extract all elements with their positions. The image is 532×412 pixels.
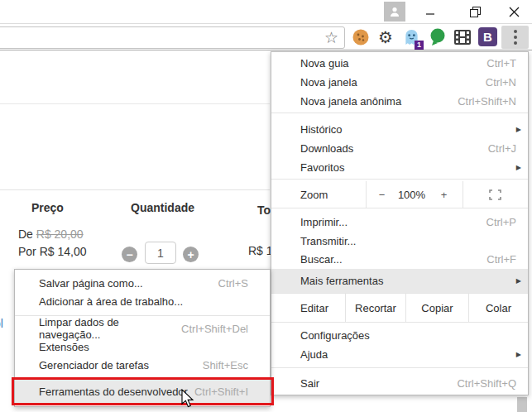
submenu-item-gerenciador-tarefas[interactable]: Gerenciador de tarefasShift+Esc <box>15 356 270 374</box>
total-price-fragment: R$ 1 <box>248 244 273 257</box>
cookie-icon <box>352 28 370 46</box>
menu-separator <box>271 322 528 323</box>
menu-item-label: Transmitir... <box>300 235 356 247</box>
green-balloon-extension-icon[interactable] <box>428 27 448 47</box>
menu-item-configuracoes[interactable]: Configurações <box>271 326 528 345</box>
divider <box>0 103 270 104</box>
menu-item-label: Downloads <box>300 142 353 155</box>
menu-dots-icon <box>514 36 517 39</box>
menu-item-historico[interactable]: Histórico▶ <box>271 120 528 139</box>
ghost-extension-icon[interactable]: 1 <box>401 27 421 47</box>
menu-item-nova-janela-anonima[interactable]: Nova janela anônimaCtrl+Shift+N <box>271 92 528 111</box>
chrome-menu: Nova guiaCtrl+T Nova janelaCtrl+N Nova j… <box>271 51 529 395</box>
person-icon <box>389 6 400 17</box>
gear-icon: ⚙ <box>378 27 393 47</box>
menu-item-imprimir[interactable]: Imprimir...Ctrl+P <box>271 213 528 232</box>
menu-separator <box>271 367 528 368</box>
film-strip-extension-icon[interactable] <box>453 27 472 47</box>
cut-button[interactable]: Recortar <box>346 294 406 322</box>
copy-button[interactable]: Copiar <box>406 294 469 322</box>
menu-shortcut: Ctrl+Shift+N <box>458 95 516 108</box>
cookie-extension-icon[interactable] <box>351 27 371 47</box>
zoom-in-button[interactable]: + <box>426 181 463 208</box>
chrome-menu-button[interactable] <box>501 26 529 49</box>
extension-badge: 1 <box>415 41 424 50</box>
column-header-price: Preço <box>31 201 64 214</box>
paste-button[interactable]: Colar <box>469 294 528 322</box>
price-old-prefix: De <box>18 228 33 241</box>
menu-item-mais-ferramentas[interactable]: Mais ferramentas▶ <box>271 269 528 293</box>
link-text-fragment: ol <box>0 317 3 330</box>
minimize-icon <box>425 7 435 17</box>
quantity-input[interactable] <box>145 242 176 264</box>
bookmark-star-icon[interactable]: ☆ <box>324 27 338 48</box>
menu-item-label: Sair <box>300 377 319 390</box>
zoom-label: Zoom <box>271 181 366 208</box>
restore-icon <box>470 7 481 17</box>
menu-item-ajuda[interactable]: Ajuda▶ <box>271 345 528 364</box>
menu-shortcut: Ctrl+F <box>486 253 516 266</box>
menu-shortcut: Shift+Esc <box>203 359 248 371</box>
menu-item-label: Histórico <box>300 123 343 136</box>
close-button[interactable] <box>500 2 528 22</box>
annotation-highlight-box <box>12 377 274 405</box>
product-price-new-line: Por R$ 14,00 <box>18 245 87 258</box>
quantity-increase-button[interactable]: + <box>183 247 199 262</box>
address-bar[interactable]: ☆ <box>0 26 345 49</box>
menu-separator <box>271 113 528 113</box>
page-scrollbar[interactable] <box>517 397 527 412</box>
submenu-arrow-icon: ▶ <box>516 277 521 285</box>
fullscreen-icon <box>489 189 501 200</box>
edit-row: Editar Recortar Copiar Colar <box>271 294 528 322</box>
price-old-value: R$ 20,00 <box>36 228 84 241</box>
minimize-button[interactable] <box>416 2 444 22</box>
menu-item-buscar[interactable]: Buscar...Ctrl+F <box>271 250 528 269</box>
menu-item-nova-janela[interactable]: Nova janelaCtrl+N <box>271 73 528 92</box>
submenu-arrow-icon: ▶ <box>516 126 521 133</box>
menu-dots-icon <box>514 30 517 33</box>
menu-item-label: Ajuda <box>300 348 328 361</box>
browser-toolbar: ☆ ⚙ 1 B <box>0 25 532 50</box>
zoom-out-button[interactable]: − <box>367 181 398 208</box>
film-strip-icon <box>453 29 472 46</box>
column-header-quantity: Quantidade <box>131 201 194 214</box>
submenu-item-extensoes[interactable]: Extensões <box>15 338 270 356</box>
menu-item-label: Buscar... <box>300 253 343 266</box>
profile-avatar-button[interactable] <box>384 2 405 22</box>
restore-button[interactable] <box>461 2 489 22</box>
menu-shortcut: Ctrl+Shift+Q <box>457 377 516 390</box>
product-price-old-line: De R$ 20,00 <box>18 228 84 241</box>
menu-item-sair[interactable]: SairCtrl+Shift+Q <box>271 373 528 393</box>
bootstrap-extension-icon[interactable]: B <box>478 27 497 46</box>
menu-item-nova-guia[interactable]: Nova guiaCtrl+T <box>271 54 528 73</box>
menu-shortcut: Ctrl+T <box>486 57 516 69</box>
menu-item-transmitir[interactable]: Transmitir... <box>271 232 528 251</box>
menu-item-label: Salvar página como... <box>39 277 143 290</box>
quantity-decrease-button[interactable]: − <box>122 247 137 262</box>
divider <box>0 189 270 190</box>
menu-shortcut: Ctrl+Shift+Del <box>181 323 248 335</box>
bootstrap-letter: B <box>483 30 492 44</box>
menu-item-label: Nova janela <box>300 76 357 89</box>
submenu-item-limpar-dados-navegacao[interactable]: Limpar dados de navegação...Ctrl+Shift+D… <box>15 319 270 338</box>
menu-shortcut: Ctrl+P <box>486 216 516 228</box>
balloon-icon <box>429 28 446 46</box>
title-bar <box>0 0 532 24</box>
menu-item-label: Mais ferramentas <box>300 275 383 287</box>
menu-item-label: Configurações <box>300 329 370 342</box>
gear-extension-icon[interactable]: ⚙ <box>376 27 395 47</box>
close-icon <box>509 7 520 17</box>
menu-item-downloads[interactable]: DownloadsCtrl+J <box>271 139 528 158</box>
menu-item-label: Nova janela anônima <box>300 95 401 108</box>
menu-separator <box>271 179 528 180</box>
submenu-item-adicionar-area-trabalho[interactable]: Adicionar à área de trabalho... <box>15 292 270 310</box>
submenu-item-salvar-pagina-como[interactable]: Salvar página como...Ctrl+S <box>15 274 270 292</box>
menu-dots-icon <box>514 41 517 45</box>
menu-item-favoritos[interactable]: Favoritos▶ <box>271 158 528 177</box>
menu-item-label: Favoritos <box>300 161 344 174</box>
menu-shortcut: Ctrl+S <box>218 277 248 290</box>
column-header-total-truncated: To <box>257 204 271 217</box>
submenu-arrow-icon: ▶ <box>516 351 521 358</box>
menu-shortcut: Ctrl+N <box>486 76 516 89</box>
fullscreen-button[interactable] <box>463 181 529 208</box>
